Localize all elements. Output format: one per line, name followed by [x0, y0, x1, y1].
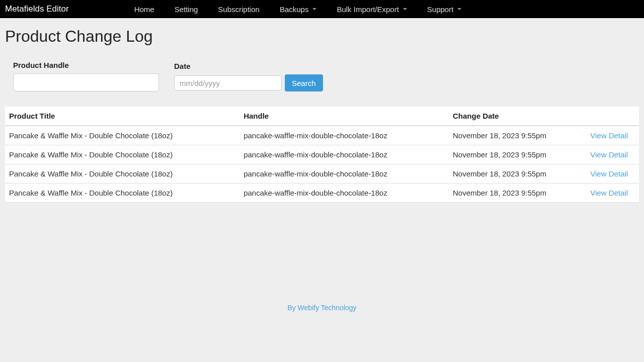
nav-item-label: Support: [427, 5, 454, 14]
filter-date: Date Search: [174, 62, 323, 92]
table-row: Pancake & Waffle Mix - Double Chocolate …: [5, 164, 639, 184]
cell-date: November 18, 2023 9:55pm: [449, 164, 574, 184]
view-detail-link[interactable]: View Detail: [590, 131, 628, 140]
cell-title: Pancake & Waffle Mix - Double Chocolate …: [5, 145, 239, 164]
filter-product-handle: Product Handle: [13, 61, 159, 92]
cell-action: View Detail: [574, 164, 639, 184]
table-row: Pancake & Waffle Mix - Double Chocolate …: [5, 184, 639, 203]
view-detail-link[interactable]: View Detail: [590, 169, 628, 178]
table-header-row: Product Title Handle Change Date: [5, 107, 639, 126]
page-title: Product Change Log: [0, 18, 644, 52]
navbar: Metafields Editor HomeSettingSubscriptio…: [0, 0, 644, 18]
cell-handle: pancake-waffle-mix-double-chocolate-18oz: [239, 126, 449, 145]
nav-items: HomeSettingSubscriptionBackupsBulk Impor…: [124, 1, 472, 18]
nav-item-home[interactable]: Home: [124, 1, 165, 18]
footer-link[interactable]: By Webify Technology: [287, 304, 356, 312]
table-row: Pancake & Waffle Mix - Double Chocolate …: [5, 126, 639, 145]
nav-item-backups[interactable]: Backups: [270, 1, 327, 18]
cell-action: View Detail: [574, 145, 639, 164]
search-button[interactable]: Search: [285, 74, 323, 92]
nav-item-label: Bulk Import/Export: [337, 5, 398, 14]
chevron-down-icon: [403, 8, 407, 10]
col-product-title: Product Title: [5, 107, 239, 126]
nav-item-setting[interactable]: Setting: [165, 1, 208, 18]
change-log-table: Product Title Handle Change Date Pancake…: [5, 107, 639, 203]
cell-date: November 18, 2023 9:55pm: [449, 126, 574, 145]
cell-action: View Detail: [574, 126, 639, 145]
cell-date: November 18, 2023 9:55pm: [449, 184, 574, 203]
cell-date: November 18, 2023 9:55pm: [449, 145, 574, 164]
view-detail-link[interactable]: View Detail: [590, 150, 628, 159]
nav-item-subscription[interactable]: Subscription: [208, 1, 270, 18]
nav-item-label: Backups: [280, 5, 309, 14]
col-change-date: Change Date: [449, 107, 574, 126]
view-detail-link[interactable]: View Detail: [590, 189, 628, 197]
cell-handle: pancake-waffle-mix-double-chocolate-18oz: [239, 145, 449, 164]
product-handle-label: Product Handle: [13, 61, 159, 69]
col-handle: Handle: [239, 107, 449, 126]
chevron-down-icon: [457, 8, 461, 10]
filter-row: Product Handle Date Search: [0, 52, 644, 107]
chevron-down-icon: [312, 8, 316, 10]
footer: By Webify Technology: [0, 203, 644, 322]
brand[interactable]: Metafields Editor: [5, 4, 74, 14]
col-action: [574, 107, 639, 126]
cell-action: View Detail: [574, 184, 639, 203]
product-handle-input[interactable]: [13, 73, 159, 92]
cell-title: Pancake & Waffle Mix - Double Chocolate …: [5, 126, 239, 145]
cell-title: Pancake & Waffle Mix - Double Chocolate …: [5, 164, 239, 184]
nav-item-label: Setting: [175, 5, 198, 14]
nav-item-label: Subscription: [218, 5, 260, 14]
cell-handle: pancake-waffle-mix-double-chocolate-18oz: [239, 164, 449, 184]
table-row: Pancake & Waffle Mix - Double Chocolate …: [5, 145, 639, 164]
nav-item-support[interactable]: Support: [417, 1, 472, 18]
nav-item-bulk-import-export[interactable]: Bulk Import/Export: [327, 1, 417, 18]
nav-item-label: Home: [134, 5, 154, 14]
cell-title: Pancake & Waffle Mix - Double Chocolate …: [5, 184, 239, 203]
date-label: Date: [174, 62, 323, 70]
date-input[interactable]: [174, 75, 282, 90]
cell-handle: pancake-waffle-mix-double-chocolate-18oz: [239, 184, 449, 203]
